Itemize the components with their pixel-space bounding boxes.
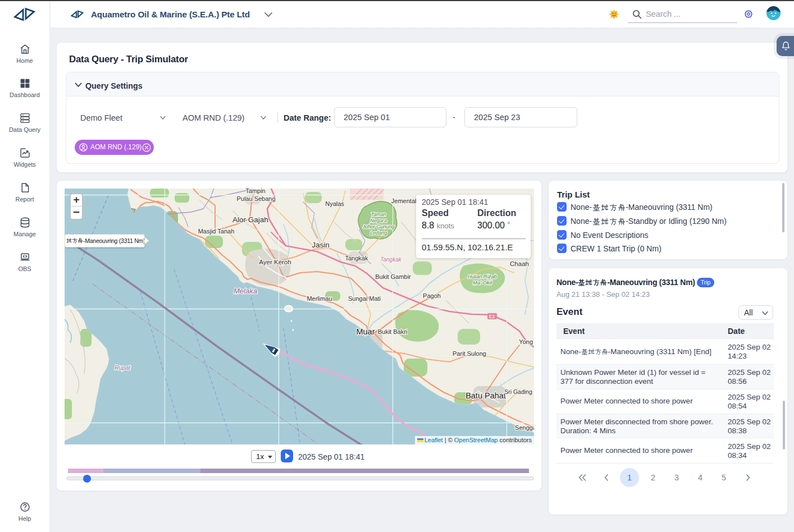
svg-text:Johor Gunung: Johor Gunung [362,224,394,230]
svg-text:Ayer Keroh: Ayer Keroh [259,259,291,265]
svg-text:Merlimau: Merlimau [307,295,332,302]
svg-text:Tangkak: Tangkak [380,256,401,263]
svg-text:Pagoh: Pagoh [423,292,441,299]
svg-text:Jasin: Jasin [312,241,330,249]
svg-text:Jementah: Jementah [391,198,418,204]
svg-text:Taman: Taman [371,212,386,217]
svg-text:Tangkak: Tangkak [345,255,368,262]
svg-text:Tampin: Tampin [245,189,265,194]
svg-text:Ledang: Ledang [370,230,387,236]
svg-text:Bukit Bakri: Bukit Bakri [378,328,408,335]
svg-text:Rupat: Rupat [115,364,131,371]
svg-text:Sri Gading: Sri Gading [504,388,532,395]
svg-text:Chaah: Chaah [510,260,529,267]
svg-text:E2: E2 [489,314,495,319]
svg-text:Pulau Sebang: Pulau Sebang [236,195,275,202]
svg-text:Muar: Muar [356,327,375,336]
svg-text:Yong Pen: Yong Pen [519,338,534,345]
svg-text:Alor Gajah: Alor Gajah [232,215,268,224]
svg-text:Negara: Negara [370,218,387,223]
svg-text:Parit Sulong: Parit Sulong [453,350,486,357]
svg-text:Melaka: Melaka [234,287,257,295]
svg-text:Bukit Gambir: Bukit Gambir [375,273,411,280]
svg-text:Ma' Okil: Ma' Okil [473,279,492,286]
svg-text:Hutan Rizab: Hutan Rizab [468,273,497,279]
svg-text:Nyalas: Nyalas [325,200,344,207]
svg-text:Sungai Mati: Sungai Mati [348,295,381,302]
svg-text:Senggaran: Senggaran [515,424,534,431]
svg-text:Masjid Tanah: Masjid Tanah [198,228,235,235]
svg-text:Batu Pahat: Batu Pahat [466,391,506,400]
